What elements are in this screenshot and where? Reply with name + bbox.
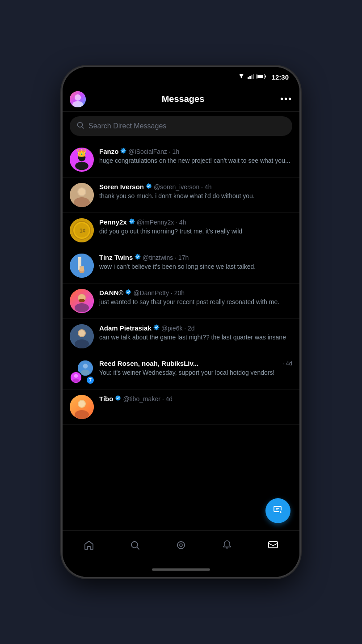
signal-icon xyxy=(248,74,254,80)
search-icon xyxy=(77,122,84,131)
home-indicator xyxy=(63,562,299,577)
group-count-badge: 7 xyxy=(86,376,95,385)
message-content: Tibo @tibo_maker · 4d xyxy=(99,395,292,404)
svg-point-43 xyxy=(73,379,79,383)
avatar xyxy=(70,183,94,207)
avatar-wrapper xyxy=(70,395,94,419)
search-nav-icon xyxy=(130,540,140,553)
notifications-icon xyxy=(222,540,232,553)
svg-point-24 xyxy=(70,254,94,278)
svg-point-46 xyxy=(75,410,89,419)
messages-header: Messages ••• xyxy=(63,87,299,112)
sender-handle: @pie6k · 2d xyxy=(161,325,195,332)
message-content: Fanzo @iSocialFanz · 1h huge congratulat… xyxy=(99,148,292,165)
svg-rect-2 xyxy=(251,75,253,79)
verified-badge xyxy=(146,183,152,191)
avatar-wrapper xyxy=(70,324,94,348)
user-avatar[interactable] xyxy=(70,91,86,107)
avatar xyxy=(70,324,94,348)
more-options-button[interactable]: ••• xyxy=(280,94,292,104)
message-header: Reed Rosen, noah, RubiksLiv... · 4d xyxy=(99,360,292,367)
svg-rect-6 xyxy=(257,75,263,78)
message-preview: did you go out this morning? trust me, i… xyxy=(99,227,292,236)
messages-list: 👑 Fanzo @iSocialFanz · 1h xyxy=(63,142,299,530)
search-container: Search Direct Messages xyxy=(63,112,299,142)
svg-point-37 xyxy=(79,330,85,336)
sender-name: Fanzo xyxy=(99,148,118,155)
list-item[interactable]: Tinz Twins @tinztwins · 17h wow i can't … xyxy=(63,248,299,284)
sender-name: Tibo xyxy=(99,395,113,402)
svg-rect-1 xyxy=(249,76,251,79)
svg-point-40 xyxy=(81,370,90,376)
avatar-wrapper xyxy=(70,289,94,313)
verified-badge xyxy=(129,218,135,226)
svg-point-57 xyxy=(180,544,182,547)
grok-icon xyxy=(176,540,186,553)
message-header: DANN© @DannPetty · 20h xyxy=(99,289,292,297)
search-placeholder-text: Search Direct Messages xyxy=(88,122,166,130)
sender-name: Adam Pietrasiak xyxy=(99,324,152,332)
list-item[interactable]: Soren Iverson @soren_iverson · 4h thank … xyxy=(63,178,299,213)
message-preview: can we talk about the game last night?? … xyxy=(99,333,292,342)
message-header: Penny2x @imPenny2x · 4h xyxy=(99,218,292,226)
message-header: Tinz Twins @tinztwins · 17h xyxy=(99,254,292,261)
status-bar: 12:30 xyxy=(63,67,299,87)
svg-point-33 xyxy=(79,299,85,302)
svg-point-42 xyxy=(74,374,78,378)
nav-item-messages[interactable] xyxy=(261,536,286,557)
group-avatar-sub xyxy=(70,371,82,384)
verified-badge xyxy=(120,148,126,155)
avatar xyxy=(70,289,94,313)
new-message-fab[interactable] xyxy=(265,498,290,523)
avatar: 👑 xyxy=(70,148,94,172)
svg-point-39 xyxy=(83,364,88,369)
nav-item-home[interactable] xyxy=(76,536,101,557)
message-header: Tibo @tibo_maker · 4d xyxy=(99,395,292,402)
message-content: Tinz Twins @tinztwins · 17h wow i can't … xyxy=(99,254,292,271)
list-item[interactable]: DANN© @DannPetty · 20h just wanted to sa… xyxy=(63,284,299,319)
verified-badge xyxy=(153,324,160,332)
avatar xyxy=(70,395,94,419)
sender-name: DANN© xyxy=(99,289,123,297)
time-ago: · 4d xyxy=(282,360,292,367)
nav-item-grok[interactable] xyxy=(168,536,194,557)
list-item[interactable]: 1¢ Penny2x @imPenny2x · 4h xyxy=(63,213,299,248)
list-item[interactable]: 👑 Fanzo @iSocialFanz · 1h xyxy=(63,142,299,178)
list-item[interactable]: Tibo @tibo_maker · 4d xyxy=(63,390,299,425)
battery-icon xyxy=(257,74,266,80)
sender-handle: @tinztwins · 17h xyxy=(143,254,189,261)
avatar-wrapper: 7 xyxy=(70,360,94,384)
sender-name: Soren Iverson xyxy=(99,183,144,191)
sender-name: Tinz Twins xyxy=(99,254,133,261)
avatar-wrapper xyxy=(70,183,94,207)
sender-name: Reed Rosen, noah, RubiksLiv... xyxy=(99,360,198,367)
page-title: Messages xyxy=(162,94,205,104)
sender-handle: @tibo_maker · 4d xyxy=(123,395,173,402)
message-content: Adam Pietrasiak @pie6k · 2d can we talk … xyxy=(99,324,292,342)
group-avatar: 7 xyxy=(70,360,94,384)
svg-rect-3 xyxy=(253,74,254,79)
svg-point-31 xyxy=(75,303,89,312)
svg-point-36 xyxy=(75,339,89,348)
nav-item-search[interactable] xyxy=(122,536,147,557)
status-icons: 12:30 xyxy=(238,73,289,81)
search-bar[interactable]: Search Direct Messages xyxy=(70,116,292,136)
message-preview: just wanted to say that your recent post… xyxy=(99,298,292,307)
list-item[interactable]: Adam Pietrasiak @pie6k · 2d can we talk … xyxy=(63,319,299,354)
bottom-navigation xyxy=(63,530,299,562)
avatar-wrapper: 1¢ xyxy=(70,218,94,242)
status-time: 12:30 xyxy=(272,73,289,81)
list-item[interactable]: 7 Reed Rosen, noah, RubiksLiv... · 4d Yo… xyxy=(63,354,299,390)
sender-handle: @iSocialFanz · 1h xyxy=(128,148,179,155)
wifi-icon xyxy=(238,74,245,80)
message-preview: wow i can't believe it's been so long si… xyxy=(99,263,292,271)
nav-item-notifications[interactable] xyxy=(215,536,240,557)
messages-nav-icon xyxy=(268,540,278,553)
svg-point-28 xyxy=(80,267,84,271)
message-preview: You: it's weiner Wednesday, support your… xyxy=(99,369,292,377)
avatar-wrapper xyxy=(70,254,94,278)
svg-rect-5 xyxy=(265,75,266,77)
message-header: Adam Pietrasiak @pie6k · 2d xyxy=(99,324,292,332)
sender-handle: @DannPetty · 20h xyxy=(133,289,185,297)
home-bar xyxy=(152,568,210,571)
